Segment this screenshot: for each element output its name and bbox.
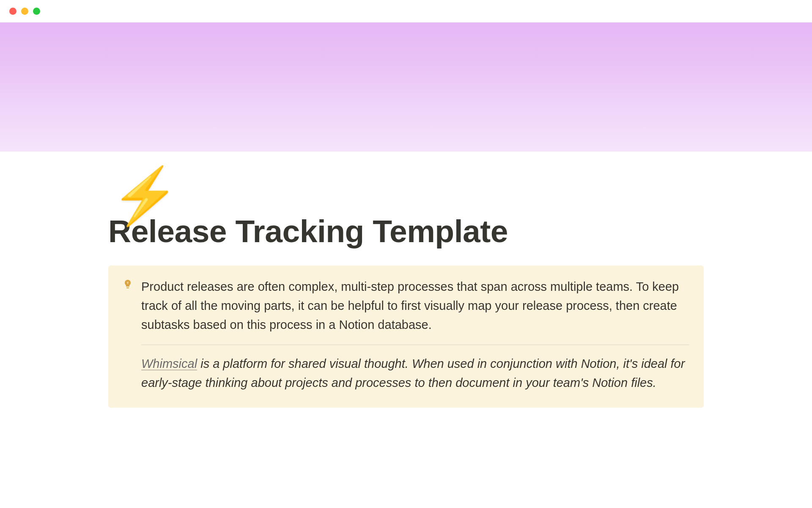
svg-text:T: T <box>127 281 129 285</box>
callout-paragraph-2[interactable]: Whimsical is a platform for shared visua… <box>141 354 689 392</box>
page-icon-lightning[interactable]: ⚡ <box>111 168 179 223</box>
callout-paragraph-2-rest: is a platform for shared visual thought.… <box>141 357 685 389</box>
page-title[interactable]: Release Tracking Template <box>108 213 704 249</box>
window-zoom-button[interactable] <box>33 8 40 15</box>
window-minimize-button[interactable] <box>21 8 28 15</box>
whimsical-link[interactable]: Whimsical <box>141 357 197 370</box>
callout-body: Product releases are often complex, mult… <box>141 277 689 392</box>
lightbulb-icon: T <box>123 279 133 392</box>
window-close-button[interactable] <box>9 8 16 15</box>
callout-divider <box>141 345 689 345</box>
callout-block[interactable]: T Product releases are often complex, mu… <box>108 265 704 408</box>
page-cover[interactable] <box>0 22 812 152</box>
window-chrome <box>0 0 812 22</box>
callout-paragraph-1[interactable]: Product releases are often complex, mult… <box>141 277 689 334</box>
